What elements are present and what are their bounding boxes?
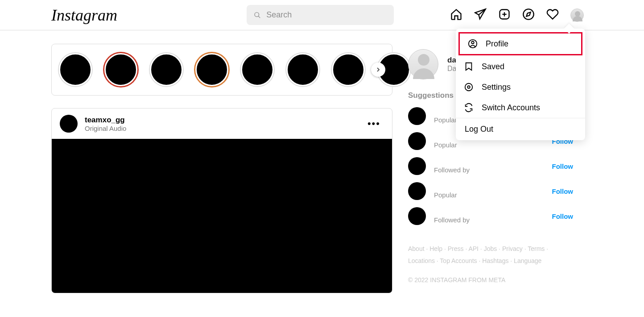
svg-point-0: [255, 12, 259, 17]
story-item[interactable]: [150, 53, 183, 86]
profile-dropdown: Profile Saved Settings Switch Accounts L…: [456, 29, 585, 140]
follow-button[interactable]: Follow: [552, 163, 574, 170]
nav-icons: [450, 8, 584, 22]
gear-icon: [464, 82, 474, 92]
footer-copyright: © 2022 INSTAGRAM FROM META: [408, 276, 573, 284]
story-item[interactable]: [332, 53, 365, 86]
stories-tray: [51, 44, 392, 96]
switch-icon: [464, 103, 474, 113]
dropdown-profile-label: Profile: [486, 39, 508, 49]
footer-links[interactable]: About · Help · Press · API · Jobs · Priv…: [408, 243, 573, 267]
feed-post: teamxo_gg Original Audio •••: [51, 108, 392, 293]
instagram-logo[interactable]: Instagram: [51, 6, 117, 25]
svg-point-9: [465, 83, 473, 91]
suggestion-avatar[interactable]: [408, 182, 426, 200]
suggestion-avatar[interactable]: [408, 207, 426, 225]
suggestion-avatar[interactable]: [408, 132, 426, 150]
top-bar: Instagram: [0, 0, 644, 30]
follow-button[interactable]: Follow: [552, 188, 574, 195]
suggestion-meta: Followed by: [434, 166, 470, 174]
svg-point-8: [471, 42, 474, 44]
feed-column: teamxo_gg Original Audio •••: [51, 44, 392, 293]
story-item[interactable]: [59, 53, 92, 86]
current-user-name[interactable]: da: [447, 56, 456, 65]
dropdown-switch[interactable]: Switch Accounts: [456, 97, 585, 118]
post-audio-label[interactable]: Original Audio: [85, 125, 126, 132]
suggestion-avatar[interactable]: [408, 107, 426, 125]
post-username[interactable]: teamxo_gg: [85, 116, 126, 125]
dropdown-settings[interactable]: Settings: [456, 77, 585, 97]
current-user-avatar[interactable]: [408, 49, 438, 79]
suggestion-item: Followed by Follow: [408, 207, 573, 225]
dropdown-switch-label: Switch Accounts: [482, 103, 540, 113]
story-item[interactable]: [241, 53, 274, 86]
profile-avatar-button[interactable]: [570, 8, 584, 22]
post-options-button[interactable]: •••: [367, 118, 384, 129]
suggestion-meta: Popular: [434, 116, 457, 124]
home-icon[interactable]: [450, 8, 462, 22]
dropdown-settings-label: Settings: [482, 83, 511, 92]
search-box[interactable]: [247, 5, 394, 25]
dropdown-profile[interactable]: Profile: [458, 32, 582, 55]
explore-icon[interactable]: [522, 8, 535, 22]
new-post-icon[interactable]: [498, 8, 511, 22]
dropdown-logout[interactable]: Log Out: [456, 118, 585, 140]
activity-icon[interactable]: [546, 8, 559, 22]
suggestion-meta: Popular: [434, 141, 457, 149]
svg-point-5: [523, 9, 533, 19]
search-icon: [254, 11, 261, 19]
bookmark-icon: [464, 62, 474, 71]
current-user-subtitle: Da: [447, 65, 456, 73]
profile-icon: [468, 39, 478, 49]
follow-button[interactable]: Follow: [552, 213, 574, 220]
svg-marker-6: [526, 12, 530, 16]
dropdown-saved-label: Saved: [482, 62, 504, 71]
suggestion-item: Popular Follow: [408, 182, 573, 200]
search-input[interactable]: [266, 10, 387, 20]
story-item[interactable]: [286, 53, 319, 86]
chevron-right-icon: [375, 66, 382, 73]
suggestion-avatar[interactable]: [408, 157, 426, 175]
suggestion-meta: Popular: [434, 191, 457, 199]
story-item[interactable]: [104, 53, 137, 86]
story-item[interactable]: [195, 53, 228, 86]
svg-point-10: [467, 86, 470, 88]
svg-line-1: [258, 16, 260, 18]
post-media[interactable]: [52, 139, 392, 293]
suggestion-item: Followed by Follow: [408, 157, 573, 175]
post-author-avatar[interactable]: [60, 115, 78, 133]
stories-next-button[interactable]: [371, 63, 385, 77]
dropdown-saved[interactable]: Saved: [456, 56, 585, 77]
messages-icon[interactable]: [474, 8, 487, 22]
suggestion-meta: Followed by: [434, 216, 470, 224]
post-header: teamxo_gg Original Audio •••: [52, 108, 392, 139]
